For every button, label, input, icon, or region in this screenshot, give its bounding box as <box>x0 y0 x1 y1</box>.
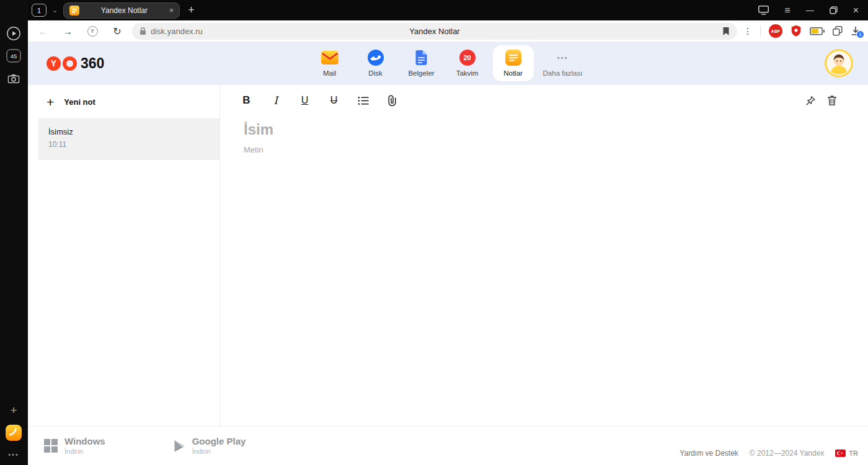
window-controls: ≡ — × <box>758 6 859 16</box>
google-play-download-link[interactable]: Google Play İndirin <box>174 436 246 455</box>
nav-notlar[interactable]: Notlar <box>493 45 534 81</box>
download-count-badge: 1 <box>856 30 864 38</box>
close-button[interactable]: × <box>853 6 859 16</box>
nav-disk[interactable]: Disk <box>355 45 396 81</box>
copyright-text: © 2012—2024 Yandex <box>750 449 825 458</box>
bullet-list-button[interactable] <box>348 91 378 110</box>
tab-strip: 1 ⌄ Yandex Notlar × + ≡ — × <box>28 0 868 20</box>
adblock-plus-icon[interactable]: ABP <box>769 24 782 38</box>
new-tab-button[interactable]: + <box>188 4 195 17</box>
pin-button[interactable] <box>805 91 816 110</box>
note-body-placeholder[interactable]: Metin <box>244 145 868 154</box>
ellipsis-icon: ••• <box>8 451 19 458</box>
footer-links: Yardım ve Destek © 2012—2024 Yandex TR <box>680 449 858 458</box>
app-nav: Mail Disk Belgeler 20 Takvim <box>309 45 587 81</box>
tab-counter-label: 45 <box>7 50 21 63</box>
browser-window: 45 + ••• 1 ⌄ Yandex Notlar × + <box>0 0 868 465</box>
back-button[interactable]: ← <box>30 26 55 37</box>
divider <box>760 25 761 37</box>
tab-close-icon[interactable]: × <box>169 6 174 14</box>
forward-button[interactable]: → <box>55 26 80 37</box>
screenshot-button[interactable] <box>8 74 20 84</box>
tab-counter-button[interactable]: 45 <box>7 50 21 63</box>
yandex-browser-icon[interactable] <box>6 425 22 441</box>
lock-icon <box>140 27 146 35</box>
collections-icon[interactable] <box>833 26 843 36</box>
note-list-item[interactable]: İsimsiz 10:11 <box>38 119 219 160</box>
strikethrough-button[interactable]: U <box>319 91 348 110</box>
documents-icon <box>415 50 428 66</box>
tab-group-button[interactable]: 1 <box>32 4 46 17</box>
note-title-placeholder[interactable]: İsim <box>244 121 868 138</box>
avatar-image <box>825 49 853 78</box>
delete-button[interactable] <box>827 91 837 110</box>
reload-button[interactable]: ↻ <box>105 25 130 37</box>
toolbar-extensions: ⋮ ABP 1 <box>743 24 861 38</box>
battery-icon[interactable] <box>810 27 825 35</box>
maximize-button[interactable] <box>830 6 838 14</box>
kebab-menu-icon[interactable]: ⋮ <box>743 26 752 36</box>
attach-button[interactable] <box>378 91 407 110</box>
url-text: disk.yandex.ru <box>151 27 203 36</box>
bookmark-icon[interactable] <box>722 27 730 36</box>
turkey-flag-icon <box>835 450 846 457</box>
nav-takvim[interactable]: 20 Takvim <box>447 45 488 81</box>
windows-download-link[interactable]: Windows İndirin <box>44 436 105 455</box>
downloads-button[interactable]: 1 <box>851 26 861 36</box>
minimize-button[interactable]: — <box>806 6 814 14</box>
yandex-360-logo[interactable]: Y 360 <box>46 55 104 72</box>
yandex-y-icon: Y <box>46 56 61 71</box>
editor-actions <box>805 91 837 110</box>
nav-daha-fazlasi[interactable]: ••• Daha fazlası <box>539 45 587 81</box>
new-note-button[interactable]: + Yeni not <box>38 85 219 119</box>
editor-toolbar: B I U U <box>221 85 868 116</box>
tab-favicon <box>69 6 79 16</box>
note-editor: B I U U İsim Metin <box>221 85 868 426</box>
browser-sidebar: 45 + ••• <box>0 0 28 465</box>
sidebar-more-button[interactable]: ••• <box>8 451 19 458</box>
app-header: Y 360 Mail Disk Belgeler <box>28 42 868 85</box>
notes-icon <box>505 50 521 66</box>
tab-title: Yandex Notlar <box>84 6 164 15</box>
language-selector[interactable]: TR <box>835 450 858 457</box>
bold-button[interactable]: B <box>232 91 261 110</box>
plus-icon: + <box>46 95 54 108</box>
note-time: 10:11 <box>48 140 210 149</box>
cast-icon[interactable] <box>758 6 769 15</box>
calendar-icon: 20 <box>459 50 476 66</box>
more-icon: ••• <box>557 50 569 66</box>
logo-360-text: 360 <box>81 55 104 72</box>
browser-toolbar: ← → Y ↻ Yandex Notlar disk.yandex.ru ⋮ A… <box>28 20 868 42</box>
italic-button[interactable]: I <box>261 91 290 110</box>
help-link[interactable]: Yardım ve Destek <box>680 449 738 458</box>
address-page-title: Yandex Notlar <box>132 27 737 36</box>
mail-icon <box>321 50 339 66</box>
tab-group-label: 1 <box>37 7 41 14</box>
play-button[interactable] <box>6 26 21 41</box>
sidebar-add-button[interactable]: + <box>10 404 17 417</box>
page-footer: Windows İndirin Google Play İndirin Yard… <box>28 426 868 465</box>
disk-icon <box>368 50 384 66</box>
address-bar[interactable]: Yandex Notlar disk.yandex.ru <box>132 23 737 40</box>
avatar[interactable] <box>825 49 853 78</box>
underline-button[interactable]: U <box>290 91 319 110</box>
yandex-o-icon <box>63 56 77 71</box>
yandex-protect-icon[interactable]: Y <box>80 26 105 37</box>
nav-belgeler[interactable]: Belgeler <box>401 45 442 81</box>
menu-icon[interactable]: ≡ <box>784 6 790 16</box>
windows-icon <box>44 439 58 453</box>
notes-list-panel: + Yeni not İsimsiz 10:11 <box>38 85 220 426</box>
tab-yandex-notlar[interactable]: Yandex Notlar × <box>63 2 180 19</box>
chevron-down-icon[interactable]: ⌄ <box>52 7 58 14</box>
calendar-date-badge: 20 <box>459 50 476 66</box>
language-code: TR <box>849 450 858 457</box>
note-title: İsimsiz <box>48 127 210 136</box>
plus-icon: + <box>10 404 17 417</box>
nav-mail[interactable]: Mail <box>309 45 350 81</box>
google-play-icon <box>174 440 185 453</box>
shield-icon[interactable] <box>790 25 802 37</box>
